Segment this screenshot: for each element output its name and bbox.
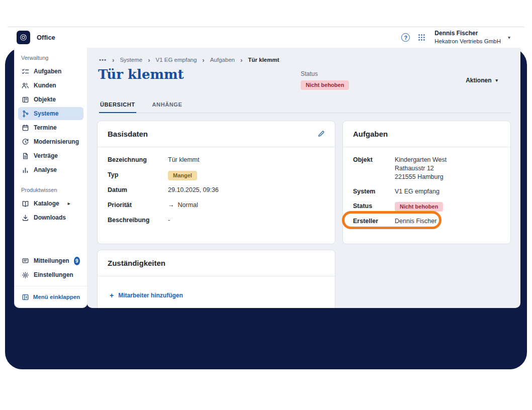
sidebar-item-analyse[interactable]: Analyse — [18, 163, 83, 176]
breadcrumb: ••• › Systeme › V1 EG empfang › Aufgaben… — [99, 56, 279, 63]
chevron-right-icon: ▸ — [68, 201, 70, 206]
field-datum: Datum 29.10.2025, 09:36 — [108, 186, 325, 194]
sidebar-item-kataloge[interactable]: Kataloge ▸ — [18, 197, 83, 210]
add-mitarbeiter-button[interactable]: + Mitarbeiter hinzufügen — [110, 292, 325, 299]
sidebar-item-downloads[interactable]: Downloads — [18, 211, 83, 224]
main-content: ••• › Systeme › V1 EG empfang › Aufgaben… — [87, 48, 520, 308]
field-system: System V1 EG empfang — [353, 187, 500, 196]
sidebar-item-einstellungen[interactable]: Einstellungen — [18, 268, 83, 281]
sidebar-item-label: Modernisierung — [34, 138, 79, 145]
zustaendigkeiten-card: Zuständigkeiten + Mitarbeiter hinzufügen — [97, 250, 335, 308]
sidebar-item-label: Aufgaben — [34, 68, 61, 75]
sidebar-item-label: Kunden — [34, 82, 56, 89]
status-badge: Nicht behoben — [301, 80, 349, 90]
sidebar-item-modernisierung[interactable]: Modernisierung — [18, 135, 83, 148]
plus-icon: + — [110, 292, 114, 298]
building-icon — [22, 96, 29, 104]
calendar-icon — [22, 124, 29, 132]
edit-icon[interactable] — [317, 130, 325, 138]
smoke-detector-logo-icon — [17, 31, 30, 44]
aufgaben-card-title: Aufgaben — [353, 130, 388, 138]
sidebar-item-label: Verträge — [34, 152, 58, 159]
users-icon — [22, 82, 29, 89]
bar-chart-icon — [22, 166, 29, 174]
tab-bar: ÜBERSICHT ANHÄNGE — [99, 97, 511, 113]
chevron-right-icon: › — [202, 56, 204, 64]
sidebar-item-label: Mitteilungen — [34, 257, 69, 264]
field-bezeichnung: Bezeichnung Tür klemmt — [108, 156, 325, 164]
sidebar-item-label: Kataloge — [34, 200, 59, 207]
breadcrumb-item-system[interactable]: V1 EG empfang — [156, 57, 197, 63]
tab-uebersicht[interactable]: ÜBERSICHT — [99, 97, 136, 113]
sidebar-item-label: Downloads — [34, 214, 66, 221]
app-frame: Verwaltung Aufgaben Kunden Objekte Syste… — [5, 48, 527, 369]
aktionen-button[interactable]: Aktionen ▾ — [466, 77, 498, 84]
chevron-right-icon: › — [112, 56, 114, 64]
app-logo[interactable]: Office — [8, 31, 55, 44]
sidebar-item-objekte[interactable]: Objekte — [18, 93, 83, 106]
collapse-menu-button[interactable]: Menü einklappen — [15, 286, 87, 308]
field-beschreibung: Beschreibung - — [108, 216, 325, 225]
basisdaten-card: Basisdaten Bezeichnung Tür klemmt Typ Ma… — [97, 121, 335, 244]
sidebar-item-vertraege[interactable]: Verträge — [18, 149, 83, 162]
sidebar-collapse-icon — [22, 293, 29, 301]
page-title: Tür klemmt — [98, 67, 184, 82]
breadcrumb-item-aufgaben[interactable]: Aufgaben — [210, 57, 235, 63]
status-badge: Nicht behoben — [395, 202, 443, 212]
checklist-icon — [22, 68, 29, 75]
sidebar-section-produktwissen: Produktwissen — [21, 187, 80, 193]
tab-anhaenge[interactable]: ANHÄNGE — [151, 97, 184, 113]
arrow-right-icon: → — [168, 201, 174, 209]
sidebar-item-kunden[interactable]: Kunden — [18, 79, 83, 92]
sidebar-section-verwaltung: Verwaltung — [21, 55, 80, 61]
aufgaben-card: Aufgaben Objekt Kindergarten West Rathau… — [342, 121, 511, 244]
breadcrumb-item-current: Tür klemmt — [248, 57, 279, 63]
sidebar-item-aufgaben[interactable]: Aufgaben — [18, 65, 83, 78]
user-menu[interactable]: Dennis Fischer Hekatron Vertriebs GmbH ▾ — [434, 30, 510, 45]
field-objekt: Objekt Kindergarten West Rathausstr 12 2… — [353, 156, 500, 181]
basisdaten-card-title: Basisdaten — [108, 130, 148, 138]
app-header: Office ? Dennis Fischer Hekatron Vertrie… — [8, 27, 524, 48]
sidebar-item-label: Analyse — [34, 166, 57, 173]
sidebar-item-label: Systeme — [34, 110, 58, 117]
status-label: Status — [301, 70, 349, 77]
nodes-icon — [22, 110, 29, 118]
chevron-down-icon: ▾ — [508, 35, 510, 40]
user-company: Hekatron Vertriebs GmbH — [434, 38, 501, 45]
aktionen-label: Aktionen — [466, 77, 491, 84]
field-ersteller: Ersteller Dennis Fischer — [353, 217, 500, 226]
add-mitarbeiter-label: Mitarbeiter hinzufügen — [118, 292, 183, 299]
sidebar: Verwaltung Aufgaben Kunden Objekte Syste… — [14, 48, 87, 308]
notification-badge: 9 — [74, 257, 80, 265]
sidebar-item-systeme[interactable]: Systeme — [18, 107, 83, 120]
download-icon — [22, 214, 29, 222]
open-book-icon — [22, 200, 29, 208]
sidebar-item-label: Termine — [34, 124, 57, 131]
sidebar-item-mitteilungen[interactable]: Mitteilungen 9 — [18, 254, 83, 267]
chevron-right-icon: › — [148, 56, 150, 64]
collapse-menu-label: Menü einklappen — [33, 294, 80, 300]
chevron-down-icon: ▾ — [495, 78, 498, 83]
breadcrumb-ellipsis[interactable]: ••• — [99, 57, 107, 63]
field-typ: Typ Mangel — [108, 171, 325, 180]
clock-refresh-icon — [22, 138, 29, 146]
message-icon — [22, 257, 29, 265]
app-name: Office — [37, 34, 55, 41]
sidebar-item-label: Objekte — [34, 96, 56, 103]
help-icon[interactable]: ? — [401, 33, 410, 42]
chevron-right-icon: › — [240, 56, 242, 64]
breadcrumb-item-systeme[interactable]: Systeme — [120, 57, 142, 63]
page-status: Status Nicht behoben — [301, 70, 349, 90]
document-icon — [22, 152, 29, 160]
user-name: Dennis Fischer — [434, 30, 501, 38]
field-status: Status Nicht behoben — [353, 202, 500, 212]
sidebar-item-termine[interactable]: Termine — [18, 121, 83, 134]
sidebar-item-label: Einstellungen — [34, 271, 73, 278]
field-prioritaet: Priorität →Normal — [108, 201, 325, 210]
apps-grid-icon[interactable] — [418, 34, 425, 41]
gear-icon — [22, 271, 29, 279]
typ-badge: Mangel — [168, 171, 197, 180]
zustaendigkeiten-card-title: Zuständigkeiten — [108, 259, 165, 267]
